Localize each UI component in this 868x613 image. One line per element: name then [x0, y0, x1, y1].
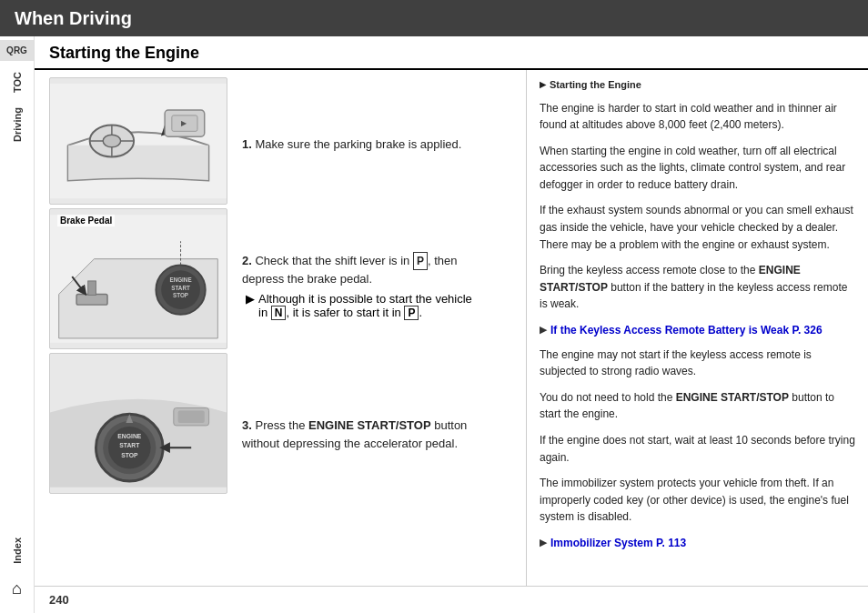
- page-header: When Driving: [0, 0, 868, 36]
- step-3-bold: ENGINE START/STOP: [308, 418, 431, 432]
- right-para-2: When starting the engine in cold weather…: [540, 143, 855, 194]
- right-para-5: The engine may not start if the keyless …: [540, 347, 855, 380]
- car-image-2: Brake Pedal: [49, 208, 227, 349]
- step-1-content: Make sure the parking brake is applied.: [255, 137, 461, 151]
- step-3-number: 3.: [242, 418, 252, 432]
- svg-text:ENGINE: ENGINE: [169, 276, 191, 283]
- step-2-block: 2. Check that the shift lever is in P, t…: [242, 212, 515, 360]
- sidebar-item-index[interactable]: Index: [10, 530, 25, 571]
- right-para-4: Bring the keyless access remote close to…: [540, 262, 855, 313]
- main-content: QRG TOC Driving Index ⌂ Starting the Eng…: [0, 36, 868, 613]
- step-3-text: 3. Press the ENGINE START/STOP buttonwit…: [242, 417, 515, 452]
- sidebar: QRG TOC Driving Index ⌂: [0, 36, 35, 613]
- home-icon[interactable]: ⌂: [4, 575, 31, 602]
- keyless-link-text[interactable]: If the Keyless Access Remote Battery is …: [550, 322, 823, 339]
- steps-column: 1. Make sure the parking brake is applie…: [235, 70, 526, 586]
- images-column: ▶ Brake Pedal: [35, 70, 235, 586]
- section-title: Starting the Engine: [35, 36, 868, 70]
- immobilizer-arrow-icon: ▶: [540, 535, 547, 550]
- gear-p-1: P: [413, 252, 428, 270]
- sidebar-item-driving[interactable]: Driving: [10, 100, 25, 149]
- gear-n: N: [271, 306, 287, 320]
- step-1-block: 1. Make sure the parking brake is applie…: [242, 77, 515, 212]
- right-keyless-link[interactable]: ▶ If the Keyless Access Remote Battery i…: [540, 322, 855, 339]
- svg-text:STOP: STOP: [121, 452, 138, 458]
- car-illustration-2: ENGINE START STOP: [50, 209, 227, 348]
- svg-text:STOP: STOP: [173, 292, 188, 298]
- svg-rect-11: [76, 294, 107, 305]
- step-2-number: 2.: [242, 254, 252, 267]
- inner-content: ▶ Brake Pedal: [35, 70, 868, 586]
- right-immobilizer-link[interactable]: ▶ Immobilizer System P. 113: [540, 535, 855, 552]
- right-column: Starting the Engine The engine is harder…: [526, 70, 868, 586]
- brake-pedal-label: Brake Pedal: [57, 215, 115, 226]
- page-footer: 240: [35, 586, 868, 613]
- sidebar-item-toc[interactable]: TOC: [10, 65, 25, 100]
- step-3-block: 3. Press the ENGINE START/STOP buttonwit…: [242, 360, 515, 508]
- step-2-sub-text: Although it is possible to start the veh…: [258, 292, 472, 320]
- car-image-1: ▶: [49, 77, 227, 205]
- right-para-6: You do not need to hold the ENGINE START…: [540, 389, 855, 423]
- immobilizer-link[interactable]: Immobilizer System: [550, 537, 656, 549]
- gear-p-2: P: [404, 306, 419, 320]
- immobilizer-page: P. 113: [656, 537, 686, 549]
- svg-rect-27: [178, 410, 205, 423]
- svg-point-2: [103, 135, 120, 147]
- car-image-3: ENGINE START STOP: [49, 353, 227, 494]
- svg-rect-0: [50, 84, 227, 198]
- step-1-text: 1. Make sure the parking brake is applie…: [242, 136, 515, 154]
- svg-text:START: START: [171, 285, 190, 291]
- arrow-marker-2: ▶: [246, 292, 255, 306]
- step-2-sub: ▶ Although it is possible to start the v…: [242, 292, 515, 320]
- right-section-heading: Starting the Engine: [540, 77, 855, 93]
- keyless-access-link[interactable]: If the Keyless Access Remote Battery is …: [550, 324, 792, 337]
- sidebar-bottom: Index ⌂: [0, 530, 34, 613]
- engine-stop-bold-2: ENGINE START/STOP: [676, 391, 789, 404]
- keyless-page: P. 326: [792, 324, 822, 337]
- page-number: 240: [49, 593, 69, 607]
- step-2-text: 2. Check that the shift lever is in P, t…: [242, 252, 515, 288]
- header-title: When Driving: [15, 8, 132, 29]
- sidebar-item-qrg[interactable]: QRG: [0, 40, 34, 61]
- step-1-number: 1.: [242, 137, 252, 151]
- immobilizer-link-wrap: Immobilizer System P. 113: [550, 535, 686, 552]
- left-column: ▶ Brake Pedal: [35, 70, 526, 586]
- car-illustration-1: ▶: [50, 78, 227, 204]
- svg-text:START: START: [119, 442, 140, 448]
- right-para-8: The immobilizer system protects your veh…: [540, 475, 855, 526]
- right-para-1: The engine is harder to start in cold we…: [540, 100, 855, 134]
- content-area: Starting the Engine: [35, 36, 868, 613]
- step-3-content: Press the ENGINE START/STOP buttonwithou…: [242, 418, 467, 450]
- car-illustration-3: ENGINE START STOP: [50, 354, 227, 493]
- right-para-7: If the engine does not start, wait at le…: [540, 432, 855, 466]
- svg-rect-12: [88, 281, 96, 296]
- svg-text:▶: ▶: [181, 120, 187, 128]
- step-2-main: Check that the shift lever is in P, then…: [242, 254, 457, 286]
- keyless-arrow-icon: ▶: [540, 322, 547, 337]
- right-para-3: If the exhaust system sounds abnormal or…: [540, 202, 855, 253]
- svg-text:ENGINE: ENGINE: [117, 433, 141, 439]
